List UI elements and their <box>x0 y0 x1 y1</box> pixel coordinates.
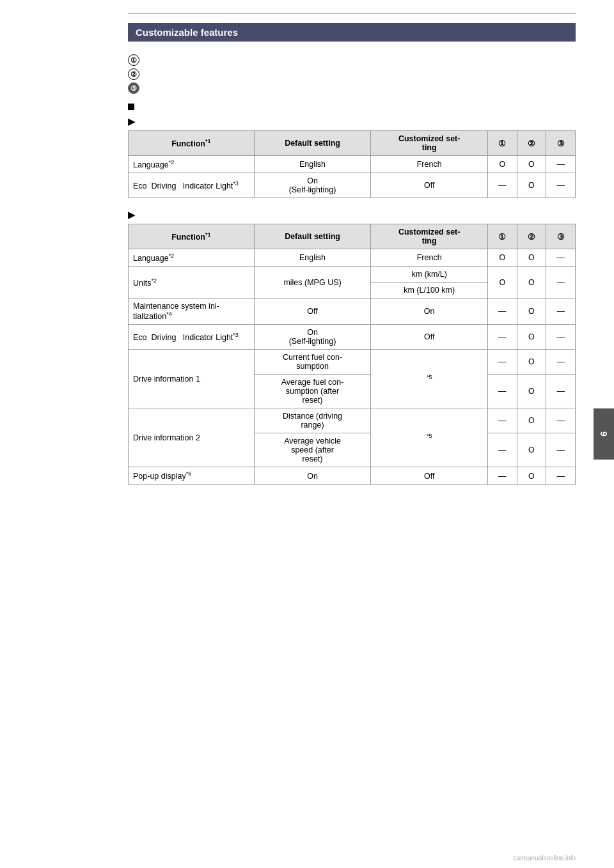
cell-c3: — <box>546 375 576 408</box>
cell-c1: O <box>488 267 517 298</box>
circle-2: ② <box>128 68 139 80</box>
col-header-default-2: Default setting <box>254 224 371 249</box>
logo-text: carmanualsonline.info <box>514 855 576 862</box>
cell-c3: — <box>546 467 576 484</box>
cell-function: Language*2 <box>129 249 255 267</box>
cell-c3: — <box>546 433 576 467</box>
cell-function: Language*2 <box>129 156 255 173</box>
cell-default: Distance (drivingrange) <box>254 408 371 433</box>
cell-c1: — <box>488 325 517 350</box>
table-row: Maintenance system ini-tialization*4 Off… <box>129 298 576 325</box>
cell-default: Average fuel con-sumption (afterreset) <box>254 375 371 408</box>
col-header-c3-1: ③ <box>546 131 576 156</box>
cell-c1: — <box>488 173 517 198</box>
cell-custom: French <box>371 249 488 267</box>
cell-c1: — <box>488 467 517 484</box>
cell-default: On(Self-lighting) <box>254 173 371 198</box>
cell-function: Pop-up display*6 <box>129 467 255 484</box>
cell-c2: O <box>517 350 546 375</box>
table-row: Drive information 2 Distance (drivingran… <box>129 408 576 433</box>
cell-c1: O <box>488 156 517 173</box>
table-row: Pop-up display*6 On Off — O — <box>129 467 576 484</box>
table-1-header-row: Function*1 Default setting Customized se… <box>129 131 576 156</box>
header-title: Customizable features <box>136 27 238 38</box>
cell-c2: O <box>517 433 546 467</box>
arrow-icon-1: ▶ <box>128 116 135 127</box>
cell-default: miles (MPG US) <box>254 267 371 298</box>
table-row: Language*2 English French O O — <box>129 249 576 267</box>
col-header-function-2: Function*1 <box>129 224 255 249</box>
cell-custom: On <box>371 298 488 325</box>
arrow-row-1: ▶ <box>128 116 576 127</box>
cell-c2: O <box>517 298 546 325</box>
col-header-c2-1: ② <box>517 131 546 156</box>
cell-default: Average vehiclespeed (afterreset) <box>254 433 371 467</box>
black-square-icon <box>128 104 134 110</box>
cell-c3: — <box>546 156 576 173</box>
cell-c3: — <box>546 408 576 433</box>
cell-c2: O <box>517 173 546 198</box>
cell-default: Current fuel con-sumption <box>254 350 371 375</box>
separator <box>128 13 576 13</box>
col-header-default-1: Default setting <box>254 131 371 156</box>
cell-c2: O <box>517 267 546 298</box>
cell-function: Eco Driving Indicator Light*3 <box>129 325 255 350</box>
cell-c1: — <box>488 298 517 325</box>
arrow-row-2: ▶ <box>128 210 576 220</box>
cell-custom: French <box>371 156 488 173</box>
cell-c3: — <box>546 350 576 375</box>
cell-custom-drive-info-1: *5 <box>371 350 488 408</box>
col-header-c2-2: ② <box>517 224 546 249</box>
cell-c2: O <box>517 249 546 267</box>
square-row <box>128 104 576 110</box>
table-row: Eco Driving Indicator Light*3 On(Self-li… <box>129 325 576 350</box>
cell-function: Units*2 <box>129 267 255 298</box>
col-header-c1-1: ① <box>488 131 517 156</box>
cell-c3: — <box>546 298 576 325</box>
cell-c3: — <box>546 325 576 350</box>
col-header-c3-2: ③ <box>546 224 576 249</box>
cell-custom: Off <box>371 467 488 484</box>
table-row: Eco Driving Indicator Light*3 On(Self-li… <box>129 173 576 198</box>
col-header-custom-2: Customized set-ting <box>371 224 488 249</box>
cell-custom: Off <box>371 325 488 350</box>
cell-c1: — <box>488 375 517 408</box>
cell-custom: Off <box>371 173 488 198</box>
cell-c1: — <box>488 350 517 375</box>
table-row: Units*2 miles (MPG US) km (km/L) O O — <box>129 267 576 283</box>
col-header-function-1: Function*1 <box>129 131 255 156</box>
chapter-number: 9 <box>599 431 609 437</box>
arrow-icon-2: ▶ <box>128 210 135 220</box>
col-header-c1-2: ① <box>488 224 517 249</box>
cell-c2: O <box>517 408 546 433</box>
number-item-2: ② <box>128 68 576 80</box>
cell-c1: — <box>488 433 517 467</box>
cell-function: Maintenance system ini-tialization*4 <box>129 298 255 325</box>
cell-c2: O <box>517 375 546 408</box>
table-row: Language*2 English French O O — <box>129 156 576 173</box>
circle-1: ① <box>128 54 139 66</box>
col-header-custom-1: Customized set-ting <box>371 131 488 156</box>
footer-logo: carmanualsonline.info <box>514 855 576 862</box>
cell-c2: O <box>517 325 546 350</box>
number-item-1: ① <box>128 54 576 66</box>
cell-c2: O <box>517 467 546 484</box>
cell-c1: — <box>488 408 517 433</box>
content-area: Customizable features ① ② ③ ▶ Functi <box>128 13 576 485</box>
cell-c2: O <box>517 156 546 173</box>
cell-function-drive-info-2: Drive information 2 <box>129 408 255 467</box>
cell-c1: O <box>488 249 517 267</box>
circle-3: ③ <box>128 82 139 94</box>
number-item-3: ③ <box>128 82 576 94</box>
cell-custom: km (L/100 km) <box>371 283 488 298</box>
cell-function-drive-info-1: Drive information 1 <box>129 350 255 408</box>
cell-default: On(Self-lighting) <box>254 325 371 350</box>
cell-custom: km (km/L) <box>371 267 488 283</box>
cell-default: English <box>254 249 371 267</box>
table-row: Drive information 1 Current fuel con-sum… <box>129 350 576 375</box>
cell-default: Off <box>254 298 371 325</box>
cell-default: English <box>254 156 371 173</box>
numbered-section: ① ② ③ <box>128 54 576 94</box>
table-1: Function*1 Default setting Customized se… <box>128 130 576 198</box>
cell-c3: — <box>546 173 576 198</box>
